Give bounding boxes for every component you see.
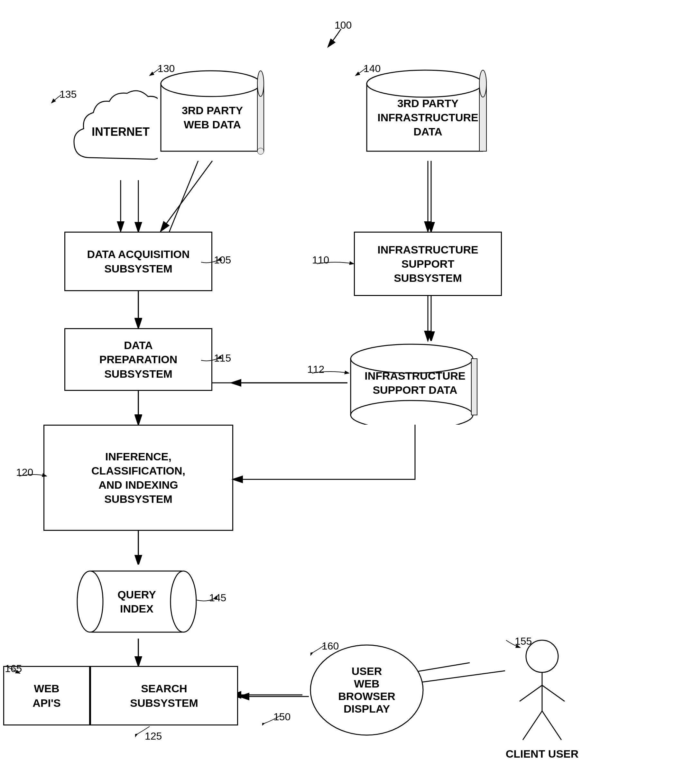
query-index-node: QUERYINDEX [74, 564, 199, 638]
ref-105-arrow [199, 257, 222, 270]
ref-135-arrow [48, 93, 67, 106]
ref-120-arrow [18, 470, 50, 483]
ref-145-arrow [195, 595, 217, 608]
user-web-browser-node: USERWEBBROWSERDISPLAY [309, 643, 425, 737]
data-acquisition-node: DATA ACQUISITIONSUBSYSTEM [64, 232, 212, 291]
infra-support-subsystem-node: INFRASTRUCTURESUPPORTSUBSYSTEM [354, 232, 502, 296]
data-preparation-label: DATAPREPARATIONSUBSYSTEM [99, 338, 177, 381]
inference-node: INFERENCE,CLASSIFICATION,AND INDEXINGSUB… [43, 425, 233, 531]
svg-rect-36 [471, 359, 477, 415]
ref-112-arrow [311, 367, 354, 380]
svg-point-20 [161, 71, 261, 96]
ref-100-arrow [322, 26, 354, 51]
data-preparation-node: DATAPREPARATIONSUBSYSTEM [64, 328, 212, 391]
svg-line-66 [523, 711, 542, 740]
web-apis-label: WEBAPI'S [32, 681, 61, 710]
ref-155-arrow [503, 638, 523, 651]
svg-line-64 [519, 685, 542, 701]
svg-point-55 [170, 571, 196, 632]
diagram: 100 INTERNET 135 3 [0, 0, 683, 784]
internet-label: INTERNET [92, 125, 150, 139]
ref-125-arrow [135, 725, 161, 738]
ref-115-arrow [199, 356, 222, 368]
svg-point-26 [367, 70, 483, 97]
svg-point-54 [77, 571, 103, 632]
ref-130-arrow [146, 66, 166, 79]
third-party-infra-data-node: 3RD PARTYINFRASTRUCTUREDATA [364, 64, 492, 161]
ref-165-arrow [3, 664, 22, 677]
client-user-label: CLIENT USER [502, 748, 582, 760]
third-party-web-data-node: 3RD PARTYWEB DATA [158, 64, 267, 161]
data-acquisition-label: DATA ACQUISITIONSUBSYSTEM [87, 247, 189, 276]
search-subsystem-label: SEARCHSUBSYSTEM [130, 681, 198, 710]
ref-140-arrow [352, 66, 372, 79]
inference-label: INFERENCE,CLASSIFICATION,AND INDEXINGSUB… [91, 449, 185, 507]
infra-support-subsystem-label: INFRASTRUCTURESUPPORTSUBSYSTEM [377, 242, 478, 285]
svg-point-23 [257, 148, 264, 154]
svg-line-67 [542, 711, 561, 740]
svg-point-28 [479, 70, 486, 97]
infra-support-data-node: INFRASTRUCTURESUPPORT DATA [348, 341, 483, 425]
search-subsystem-node: SEARCHSUBSYSTEM [90, 666, 238, 725]
svg-point-22 [257, 71, 264, 96]
client-user-node: CLIENT USER [502, 637, 582, 750]
svg-line-65 [542, 685, 564, 701]
ref-150-arrow [262, 714, 285, 727]
ref-110-arrow [315, 257, 360, 270]
